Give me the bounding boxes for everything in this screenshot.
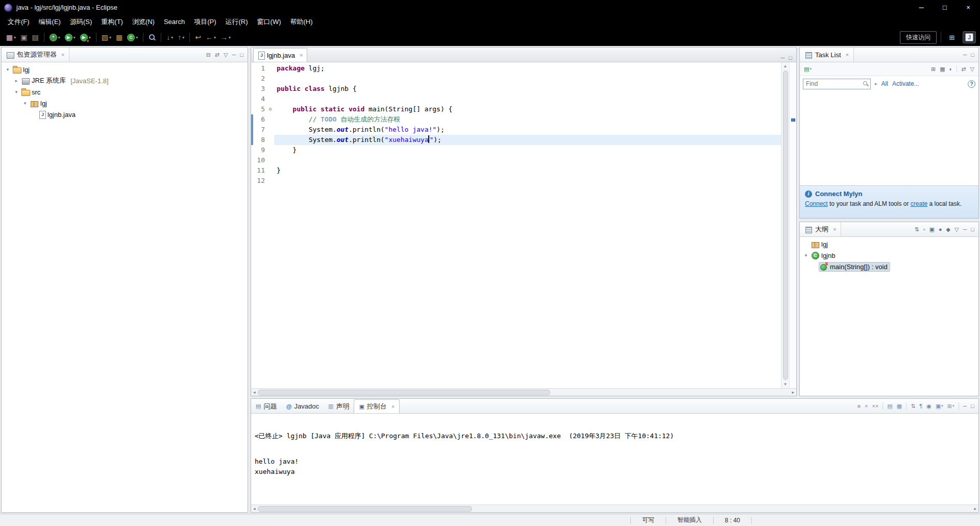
menu-project[interactable]: 项目(P) (189, 15, 220, 29)
maximize-icon[interactable]: □ (969, 51, 976, 59)
code-line-11[interactable]: 11} (251, 165, 781, 176)
maximize-icon[interactable]: □ (787, 54, 794, 62)
minimize-icon[interactable]: ─ (231, 51, 238, 59)
menu-refactor[interactable]: 重构(T) (96, 15, 128, 29)
debug-button[interactable]: *▾ (47, 31, 62, 43)
hide-non-public-icon[interactable]: ● (937, 226, 944, 233)
code-line-6[interactable]: 6 // TODO 自动生成的方法存根 (251, 114, 781, 125)
outline-tab[interactable]: 大纲 × (800, 222, 841, 236)
filter-all-link[interactable]: All (881, 80, 888, 87)
open-console-icon[interactable]: ⊞▾ (946, 402, 956, 410)
menu-source[interactable]: 源码(S) (65, 15, 96, 29)
back-button[interactable]: ←▾ (204, 31, 218, 43)
code-line-10[interactable]: 10 (251, 155, 781, 165)
code-line-9[interactable]: 9 } (251, 145, 781, 155)
new-java-project-button[interactable]: ▨▾ (100, 31, 113, 43)
overview-ruler[interactable] (789, 62, 796, 388)
minimize-icon[interactable]: ─ (779, 54, 787, 62)
link-with-editor-icon[interactable]: ⇄ (213, 51, 221, 59)
sort-icon[interactable]: ⇅ (913, 226, 920, 233)
expander-icon[interactable]: ▾ (12, 89, 20, 94)
task-search-input[interactable] (806, 80, 863, 87)
code-line-12[interactable]: 12 (251, 176, 781, 186)
open-perspective-button[interactable]: ⊞ (945, 31, 959, 43)
last-edit-location-button[interactable]: ↩ (193, 31, 203, 43)
scroll-right-icon[interactable]: ▸ (972, 506, 978, 511)
terminate-icon[interactable]: ■ (855, 402, 862, 410)
next-annotation-button[interactable]: ↓▾ (164, 31, 175, 43)
package-explorer-tab[interactable]: 包资源管理器 × (2, 47, 69, 62)
new-java-package-button[interactable]: ▩ (114, 31, 125, 43)
minimize-icon[interactable]: ─ (962, 402, 969, 410)
scroll-up-icon[interactable]: ▲ (783, 62, 788, 70)
menu-window[interactable]: 窗口(W) (253, 15, 286, 29)
save-button[interactable]: ▣ (18, 31, 29, 43)
forward-button[interactable]: →▾ (218, 31, 233, 43)
tree-item-package-lgj[interactable]: ▾lgj (2, 98, 248, 109)
hide-local-types-icon[interactable]: ◆ (945, 226, 952, 233)
categorized-view-icon[interactable]: ⊞ (929, 65, 937, 73)
code-editor[interactable]: 1package lgj;23public class lgjnb {45⊖ p… (251, 63, 781, 186)
close-icon[interactable]: × (61, 52, 64, 58)
editor-horizontal-scrollbar[interactable]: ◂ ▸ (251, 388, 796, 396)
new-java-class-button[interactable]: C▾ (125, 31, 140, 43)
scroll-left-icon[interactable]: ◂ (251, 390, 258, 395)
run-button[interactable]: ▶▾ (63, 31, 78, 43)
tree-item-class-lgjnb[interactable]: ▾lgjnb (800, 250, 978, 261)
minimize-icon[interactable]: ─ (962, 226, 969, 233)
menu-search[interactable]: Search (159, 16, 189, 28)
previous-annotation-button[interactable]: ↑▾ (176, 31, 186, 43)
code-line-5[interactable]: 5⊖ public static void main(String[] args… (251, 104, 781, 114)
code-line-4[interactable]: 4 (251, 94, 781, 104)
create-link[interactable]: create (911, 200, 927, 207)
code-line-3[interactable]: 3public class lgjnb { (251, 84, 781, 94)
word-wrap-icon[interactable]: ¶ (918, 402, 924, 410)
view-menu-icon[interactable]: ▽ (969, 65, 976, 73)
expander-icon[interactable]: ▾ (4, 67, 12, 72)
scroll-lock-icon[interactable]: ⇅ (909, 402, 917, 410)
menu-run[interactable]: 运行(R) (221, 15, 253, 29)
fold-collapse-icon[interactable]: ⊖ (266, 104, 274, 114)
tab-problems[interactable]: ▤问题 (251, 399, 281, 413)
code-line-8[interactable]: 8 System.out.println("xuehaiwuya"); (251, 135, 781, 145)
remove-all-launches-icon[interactable]: ×× (870, 402, 880, 410)
tree-item-src-folder[interactable]: ▾src (2, 86, 248, 98)
maximize-icon[interactable]: □ (238, 51, 245, 59)
expander-icon[interactable]: ▾ (802, 253, 810, 258)
code-line-2[interactable]: 2 (251, 74, 781, 84)
close-icon[interactable]: × (846, 52, 849, 58)
hide-fields-icon[interactable]: ▫ (922, 226, 927, 233)
code-line-1[interactable]: 1package lgj; (251, 63, 781, 74)
maximize-icon[interactable]: □ (969, 402, 976, 410)
scrollbar-track[interactable] (258, 506, 972, 512)
menu-help[interactable]: 帮助(H) (285, 15, 317, 29)
console-output[interactable]: <已终止> lgjnb [Java 应用程序] C:\Program Files… (251, 414, 978, 505)
maximize-window-button[interactable]: □ (933, 0, 957, 15)
close-window-button[interactable]: × (957, 0, 980, 15)
scrollbar-thumb[interactable] (783, 70, 788, 380)
help-icon[interactable]: ? (968, 80, 975, 88)
pin-console-icon[interactable]: ◉ (925, 402, 933, 410)
console-horizontal-scrollbar[interactable]: ◂ ▸ (251, 505, 978, 512)
editor-vertical-scrollbar[interactable]: ▲ ▼ (781, 62, 789, 388)
tree-item-file-lgjnb-java[interactable]: lgjnb.java (2, 109, 248, 120)
tab-console[interactable]: ▣控制台× (354, 399, 400, 413)
expander-icon[interactable]: ▸ (12, 78, 20, 83)
menu-navigate[interactable]: 浏览(N) (128, 15, 159, 29)
menu-edit[interactable]: 编辑(E) (34, 15, 65, 29)
close-icon[interactable]: × (300, 52, 303, 58)
tab-javadoc[interactable]: @Javadoc (281, 399, 324, 413)
minimize-window-button[interactable]: ─ (910, 0, 933, 15)
view-menu-icon[interactable]: ▽ (222, 51, 229, 59)
collapse-all-icon[interactable]: ⊟ (205, 51, 212, 59)
scheduled-view-icon[interactable]: ▦ (938, 65, 946, 73)
link-with-editor-icon[interactable]: ⇄ (960, 65, 967, 73)
tree-item-jre-system-library[interactable]: ▸JRE 系统库[JavaSE-1.8] (2, 75, 248, 86)
tree-item-package-declaration-lgj[interactable]: lgj (800, 238, 978, 250)
save-output-icon[interactable]: ▤ (886, 402, 894, 410)
display-selected-console-icon[interactable]: ▣▾ (934, 402, 945, 410)
java-perspective-button[interactable]: J (963, 31, 976, 43)
scrollbar-thumb[interactable] (258, 506, 472, 512)
scroll-down-icon[interactable]: ▼ (783, 380, 788, 388)
minimize-icon[interactable]: ─ (962, 51, 969, 59)
